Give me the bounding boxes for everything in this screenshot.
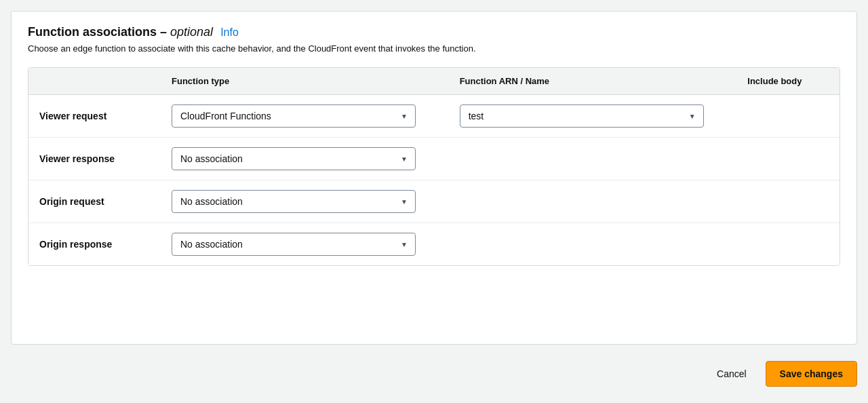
row-label-text-0: Viewer request bbox=[39, 111, 106, 121]
include-body-cell-0 bbox=[736, 95, 840, 138]
associations-table-container: Function type Function ARN / Name Includ… bbox=[28, 67, 840, 266]
table-body: Viewer requestNo associationCloudFront F… bbox=[28, 95, 840, 266]
cancel-button[interactable]: Cancel bbox=[706, 362, 757, 386]
fn-type-cell-2: No associationCloudFront FunctionsLambda… bbox=[161, 180, 449, 223]
include-body-cell-1 bbox=[736, 138, 840, 180]
fn-arn-cell-3 bbox=[449, 223, 737, 266]
fn-arn-select-0[interactable]: test bbox=[460, 104, 704, 128]
col-header-fn-arn: Function ARN / Name bbox=[449, 68, 737, 95]
fn-arn-cell-2 bbox=[449, 180, 737, 223]
row-label-3: Origin response bbox=[28, 223, 161, 266]
function-associations-card: Function associations – optional Info Ch… bbox=[11, 11, 857, 345]
fn-type-select-1[interactable]: No associationCloudFront FunctionsLambda… bbox=[172, 147, 416, 170]
save-changes-button[interactable]: Save changes bbox=[766, 361, 857, 387]
title-text: Function associations bbox=[28, 25, 157, 39]
table-row: Viewer responseNo associationCloudFront … bbox=[28, 138, 840, 180]
col-header-include-body: Include body bbox=[736, 68, 840, 95]
info-link[interactable]: Info bbox=[220, 26, 239, 38]
title-optional: optional bbox=[170, 25, 213, 39]
fn-type-select-0[interactable]: No associationCloudFront FunctionsLambda… bbox=[172, 104, 416, 128]
row-label-2: Origin request bbox=[28, 180, 161, 223]
footer-actions: Cancel Save changes bbox=[11, 356, 857, 392]
include-body-cell-2 bbox=[736, 180, 840, 223]
col-header-event bbox=[28, 68, 161, 95]
card-subtitle: Choose an edge function to associate wit… bbox=[28, 43, 840, 54]
fn-type-select-2[interactable]: No associationCloudFront FunctionsLambda… bbox=[172, 190, 416, 213]
fn-arn-cell-0: test▼ bbox=[449, 95, 737, 138]
include-body-cell-3 bbox=[736, 223, 840, 266]
table-row: Viewer requestNo associationCloudFront F… bbox=[28, 95, 840, 138]
row-label-text-2: Origin request bbox=[39, 196, 104, 207]
fn-arn-cell-1 bbox=[449, 138, 737, 180]
table-row: Origin requestNo associationCloudFront F… bbox=[28, 180, 840, 223]
table-header-row: Function type Function ARN / Name Includ… bbox=[28, 68, 840, 95]
fn-type-cell-3: No associationCloudFront FunctionsLambda… bbox=[161, 223, 449, 266]
row-label-text-1: Viewer response bbox=[39, 153, 115, 164]
row-label-0: Viewer request bbox=[28, 95, 161, 138]
col-header-fn-type: Function type bbox=[161, 68, 449, 95]
table-row: Origin responseNo associationCloudFront … bbox=[28, 223, 840, 266]
fn-type-select-3[interactable]: No associationCloudFront FunctionsLambda… bbox=[172, 233, 416, 256]
row-label-1: Viewer response bbox=[28, 138, 161, 180]
card-title: Function associations – optional Info bbox=[28, 25, 840, 39]
row-label-text-3: Origin response bbox=[39, 239, 112, 250]
fn-type-cell-0: No associationCloudFront FunctionsLambda… bbox=[161, 95, 449, 138]
fn-type-cell-1: No associationCloudFront FunctionsLambda… bbox=[161, 138, 449, 180]
associations-table: Function type Function ARN / Name Includ… bbox=[28, 68, 840, 265]
